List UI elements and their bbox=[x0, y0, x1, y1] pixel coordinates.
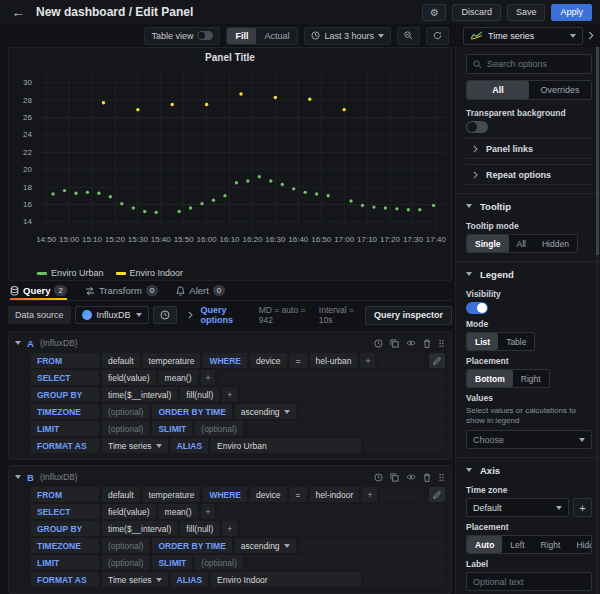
panel-links-section[interactable]: Panel links bbox=[466, 138, 592, 159]
add-segment-button[interactable]: + bbox=[222, 387, 237, 402]
add-segment-button[interactable]: + bbox=[222, 521, 237, 536]
query-segment[interactable]: field(value) bbox=[102, 370, 156, 385]
repeat-options-section[interactable]: Repeat options bbox=[466, 164, 592, 185]
time-range-picker[interactable]: Last 3 hours bbox=[304, 27, 391, 45]
table-view-toggle[interactable] bbox=[197, 31, 213, 40]
query-segment[interactable]: temperature bbox=[143, 487, 201, 502]
seg-option-auto[interactable]: Auto bbox=[467, 536, 502, 553]
drag-handle-icon[interactable] bbox=[438, 339, 445, 348]
axis-label-input[interactable] bbox=[466, 572, 592, 591]
seg-option-all[interactable]: All bbox=[509, 235, 534, 252]
query-segment[interactable]: = bbox=[290, 353, 307, 368]
seg-option-list[interactable]: List bbox=[467, 333, 498, 350]
chevron-right-icon[interactable] bbox=[187, 311, 193, 319]
query-keyword[interactable]: ALIAS bbox=[171, 438, 209, 453]
query-select[interactable]: Time series bbox=[102, 438, 168, 453]
seg-option-right[interactable]: Right bbox=[513, 370, 549, 387]
add-segment-button[interactable]: + bbox=[362, 487, 377, 502]
duplicate-icon[interactable] bbox=[390, 339, 399, 348]
seg-option-actual[interactable]: Actual bbox=[256, 28, 297, 44]
transparent-bg-toggle[interactable] bbox=[466, 121, 488, 133]
query-keyword[interactable]: ORDER BY TIME bbox=[152, 538, 231, 553]
query-segment[interactable]: mean() bbox=[159, 504, 198, 519]
legend-visibility-toggle[interactable] bbox=[466, 302, 488, 314]
query-segment[interactable]: field(value) bbox=[102, 504, 156, 519]
query-select[interactable]: ascending bbox=[235, 404, 296, 419]
add-segment-button[interactable]: + bbox=[201, 504, 216, 519]
back-arrow-icon[interactable]: ← bbox=[8, 3, 28, 21]
duplicate-icon[interactable] bbox=[390, 473, 399, 482]
pencil-icon[interactable] bbox=[429, 353, 445, 368]
drag-handle-icon[interactable] bbox=[438, 473, 445, 482]
legend-item[interactable]: Enviro Indoor bbox=[116, 268, 184, 278]
apply-button[interactable]: Apply bbox=[551, 4, 592, 21]
query-segment[interactable]: temperature bbox=[143, 353, 201, 368]
query-alias-input[interactable]: Enviro Urban bbox=[211, 438, 361, 453]
query-keyword[interactable]: SLIMIT bbox=[152, 421, 192, 436]
seg-option-bottom[interactable]: Bottom bbox=[467, 370, 513, 387]
seg-option-fill[interactable]: Fill bbox=[227, 28, 256, 44]
save-button[interactable]: Save bbox=[507, 4, 546, 21]
query-history-button[interactable] bbox=[153, 306, 177, 324]
query-keyword[interactable]: WHERE bbox=[203, 487, 247, 502]
query-keyword[interactable]: ALIAS bbox=[171, 572, 209, 587]
tab-query[interactable]: Query2 bbox=[10, 285, 67, 300]
zoom-out-time-button[interactable] bbox=[397, 27, 420, 45]
eye-icon[interactable] bbox=[406, 473, 416, 481]
trash-icon[interactable] bbox=[423, 473, 431, 482]
query-header[interactable]: B(InfluxDB) bbox=[15, 469, 445, 485]
query-optional-field[interactable]: (optional) bbox=[195, 421, 242, 436]
history-clock-icon[interactable] bbox=[374, 473, 383, 482]
pencil-icon[interactable] bbox=[429, 487, 445, 502]
legend-section-header[interactable]: Legend bbox=[466, 264, 592, 284]
discard-button[interactable]: Discard bbox=[452, 4, 501, 21]
sidebar-scrollbar-thumb[interactable] bbox=[596, 47, 599, 255]
query-segment[interactable]: default bbox=[102, 353, 140, 368]
query-segment[interactable]: mean() bbox=[159, 370, 198, 385]
trash-icon[interactable] bbox=[423, 339, 431, 348]
seg-option-table[interactable]: Table bbox=[498, 333, 534, 350]
dashboard-settings-button[interactable]: ⚙ bbox=[422, 4, 446, 21]
query-segment[interactable]: device bbox=[250, 353, 287, 368]
query-keyword[interactable]: WHERE bbox=[203, 353, 247, 368]
axis-timezone-select[interactable]: Default bbox=[466, 498, 569, 517]
query-select[interactable]: ascending bbox=[235, 538, 296, 553]
query-segment[interactable]: hel-urban bbox=[310, 353, 358, 368]
scatter-chart[interactable]: 14161820222426283014:5015:0015:1015:2015… bbox=[11, 66, 451, 266]
query-segment[interactable]: time($__interval) bbox=[102, 521, 177, 536]
eye-icon[interactable] bbox=[406, 339, 416, 347]
tab-transform[interactable]: Transform0 bbox=[85, 285, 158, 300]
query-select[interactable]: Time series bbox=[102, 572, 168, 587]
query-segment[interactable]: = bbox=[290, 487, 307, 502]
query-optional-field[interactable]: (optional) bbox=[102, 421, 149, 436]
collapse-options-chevron-icon[interactable] bbox=[587, 31, 594, 40]
query-segment[interactable]: fill(null) bbox=[180, 521, 219, 536]
query-keyword[interactable]: SLIMIT bbox=[152, 555, 192, 570]
options-search[interactable] bbox=[466, 54, 592, 74]
refresh-button[interactable] bbox=[426, 27, 449, 45]
query-segment[interactable]: device bbox=[250, 487, 287, 502]
seg-option-hidden[interactable]: Hidden bbox=[534, 235, 577, 252]
query-optional-field[interactable]: (optional) bbox=[102, 555, 149, 570]
viz-type-select[interactable]: Time series bbox=[463, 27, 583, 45]
query-optional-field[interactable]: (optional) bbox=[102, 404, 149, 419]
seg-option-right[interactable]: Right bbox=[533, 536, 569, 553]
query-alias-input[interactable]: Enviro Indoor bbox=[211, 572, 361, 587]
seg-option-all[interactable]: All bbox=[467, 81, 529, 99]
datasource-select[interactable]: InfluxDB bbox=[75, 306, 149, 324]
query-optional-field[interactable]: (optional) bbox=[102, 538, 149, 553]
legend-item[interactable]: Enviro Urban bbox=[37, 268, 104, 278]
seg-option-overrides[interactable]: Overrides bbox=[529, 81, 591, 99]
legend-values-select[interactable]: Choose bbox=[466, 430, 592, 449]
query-segment[interactable]: fill(null) bbox=[180, 387, 219, 402]
query-segment[interactable]: time($__interval) bbox=[102, 387, 177, 402]
query-segment[interactable]: hel-indoor bbox=[310, 487, 360, 502]
query-inspector-button[interactable]: Query inspector bbox=[365, 306, 452, 325]
query-header[interactable]: A(InfluxDB) bbox=[15, 335, 445, 351]
add-segment-button[interactable]: + bbox=[360, 353, 375, 368]
axis-section-header[interactable]: Axis bbox=[466, 460, 592, 480]
query-keyword[interactable]: ORDER BY TIME bbox=[152, 404, 231, 419]
table-view-toggle-group[interactable]: Table view bbox=[144, 27, 220, 45]
history-clock-icon[interactable] bbox=[374, 339, 383, 348]
tooltip-section-header[interactable]: Tooltip bbox=[466, 196, 592, 216]
